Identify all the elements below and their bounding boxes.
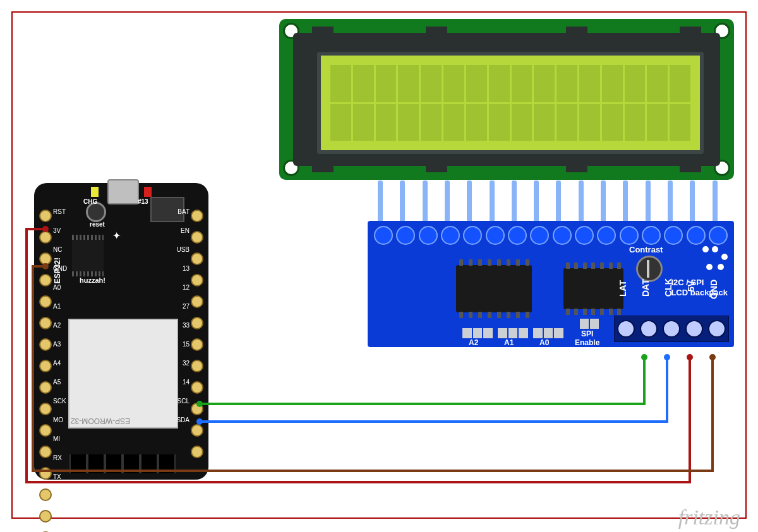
pin-rx[interactable]: [39, 488, 52, 501]
pin-a0[interactable]: [39, 295, 52, 308]
pin-32[interactable]: [191, 381, 203, 394]
term-gnd[interactable]: [708, 320, 726, 338]
pin-mi[interactable]: [39, 467, 52, 480]
lcd-char-cell: [466, 65, 487, 102]
lcd-char-cell: [625, 65, 646, 102]
lcd-char-cell: [556, 65, 577, 102]
header-lead: [623, 180, 628, 227]
pin-gnd[interactable]: [39, 274, 52, 287]
lcd-char-cell: [625, 104, 646, 141]
term-label-dat: DAT: [641, 279, 651, 297]
lcd-pixel-grid: [330, 65, 690, 141]
lcd-char-cell: [330, 104, 351, 141]
backpack-pad: [441, 226, 460, 245]
pin-label: A2: [53, 322, 61, 329]
module-label: ESP-WROOM-32: [71, 417, 130, 425]
pin-scl[interactable]: [191, 424, 203, 437]
header-lead: [601, 180, 606, 227]
header-lead: [713, 180, 718, 227]
term-5v[interactable]: [685, 320, 703, 338]
lcd-char-cell: [421, 104, 442, 141]
lcd-char-cell: [376, 65, 397, 102]
pin-tx[interactable]: [39, 510, 52, 523]
lcd-char-cell: [353, 104, 374, 141]
pin-a1[interactable]: [39, 317, 52, 329]
backpack-pad: [597, 226, 616, 245]
pin-label: SCL: [177, 398, 190, 405]
backpack-pad: [664, 226, 683, 245]
pin-label: 27: [183, 303, 190, 310]
addr-label-a0: A0: [539, 338, 549, 347]
pin-3v[interactable]: [39, 231, 52, 244]
chg-led: [91, 187, 99, 197]
pin-27[interactable]: [191, 317, 203, 329]
header-lead: [556, 180, 561, 227]
pin-14[interactable]: [191, 403, 203, 415]
pin-mo[interactable]: [39, 446, 52, 458]
pin-label: 13: [183, 265, 190, 272]
pin-bat[interactable]: [191, 210, 203, 222]
lcd-char-cell: [398, 65, 419, 102]
backpack-header-pads: [374, 226, 728, 245]
pin-label: USB: [176, 246, 190, 253]
lcd-char-cell: [670, 65, 690, 102]
backpack-title-2: LCD backpack: [671, 288, 728, 297]
lcd-char-cell: [670, 104, 690, 141]
pin-label: NC: [53, 246, 62, 253]
pin-label: SCK: [53, 398, 66, 405]
pin-33[interactable]: [191, 338, 203, 351]
pin-label: A4: [53, 360, 61, 367]
backpack-pad: [575, 226, 594, 245]
backpack-pad: [687, 226, 706, 245]
addr-jumper-a0: [533, 328, 563, 338]
pin-13[interactable]: [191, 274, 203, 287]
lcd-char-cell: [421, 65, 442, 102]
lcd-char-cell: [647, 104, 668, 141]
pin-a3[interactable]: [39, 360, 52, 372]
pin-label: 3V: [53, 227, 61, 234]
pin-12[interactable]: [191, 295, 203, 308]
lcd-char-cell: [602, 104, 623, 141]
header-lead: [690, 180, 695, 227]
backpack-pad: [374, 226, 393, 245]
lcd-screen: [317, 52, 704, 154]
usb-connector[interactable]: [107, 179, 139, 204]
pin-label: 15: [183, 341, 190, 348]
backpack-ic-2: [563, 268, 623, 309]
backpack-pad: [419, 226, 438, 245]
regulator-ic: [72, 240, 104, 271]
term-dat[interactable]: [640, 320, 658, 338]
pin-label: SDA: [176, 417, 190, 423]
backpack-pad: [620, 226, 639, 245]
pin-sda[interactable]: [191, 446, 203, 458]
term-lat[interactable]: [617, 320, 635, 338]
lcd-char-cell: [489, 65, 510, 102]
pin-a4[interactable]: [39, 381, 52, 394]
pin-15[interactable]: [191, 360, 203, 372]
term-label-lat: LAT: [618, 280, 628, 297]
lcd-tab: [312, 27, 334, 34]
spi-enable-jumper: [580, 319, 599, 329]
lcd-char-cell: [512, 65, 532, 102]
pcb-antenna: [69, 454, 176, 473]
lcd-module: [279, 19, 734, 180]
term-clk[interactable]: [663, 320, 680, 338]
pin-sck[interactable]: [39, 424, 52, 437]
backpack-pad: [396, 226, 415, 245]
backpack-terminals: [614, 316, 729, 342]
contrast-trimpot[interactable]: [636, 256, 663, 282]
pin-label: A1: [53, 303, 61, 310]
header-lead: [490, 180, 495, 227]
lcd-char-cell: [443, 104, 464, 141]
header-lead: [579, 180, 584, 227]
pin-label: EN: [181, 227, 190, 234]
pin-nc[interactable]: [39, 252, 52, 265]
lcd-tab: [566, 27, 587, 34]
pin-a2[interactable]: [39, 338, 52, 351]
lcd-char-cell: [353, 65, 374, 102]
pin-usb[interactable]: [191, 252, 203, 265]
pin-rst[interactable]: [39, 210, 52, 222]
pin-a5[interactable]: [39, 403, 52, 415]
lcd-char-cell: [556, 104, 577, 141]
pin-en[interactable]: [191, 231, 203, 244]
